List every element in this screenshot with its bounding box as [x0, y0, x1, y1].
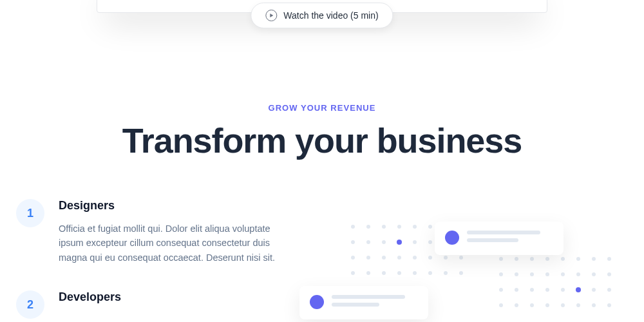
- hero-media-bottom: Watch the video (5 min): [97, 0, 547, 32]
- section-header: GROW YOUR REVENUE Transform your busines…: [0, 103, 644, 160]
- section-eyebrow: GROW YOUR REVENUE: [0, 103, 644, 113]
- feature-number-badge: 2: [16, 290, 44, 319]
- feature-title: Designers: [59, 199, 280, 213]
- illustration-card: [299, 286, 428, 319]
- feature-number-badge: 1: [16, 199, 44, 227]
- feature-item: 2 Developers: [16, 290, 280, 319]
- dot-grid: [499, 257, 611, 307]
- features-illustration: [306, 199, 628, 322]
- watch-video-label: Watch the video (5 min): [283, 10, 378, 21]
- card-dot-icon: [310, 295, 324, 309]
- watch-video-button[interactable]: Watch the video (5 min): [251, 3, 393, 28]
- feature-item: 1 Designers Officia et fugiat mollit qui…: [16, 199, 280, 265]
- section-heading: Transform your business: [0, 120, 644, 160]
- play-icon: [265, 10, 277, 21]
- feature-body: Officia et fugiat mollit qui. Dolor elit…: [59, 222, 280, 265]
- features-list: 1 Designers Officia et fugiat mollit qui…: [16, 199, 280, 322]
- feature-title: Developers: [59, 290, 121, 304]
- card-dot-icon: [445, 231, 459, 245]
- illustration-card: [435, 222, 564, 255]
- features-row: 1 Designers Officia et fugiat mollit qui…: [0, 199, 644, 322]
